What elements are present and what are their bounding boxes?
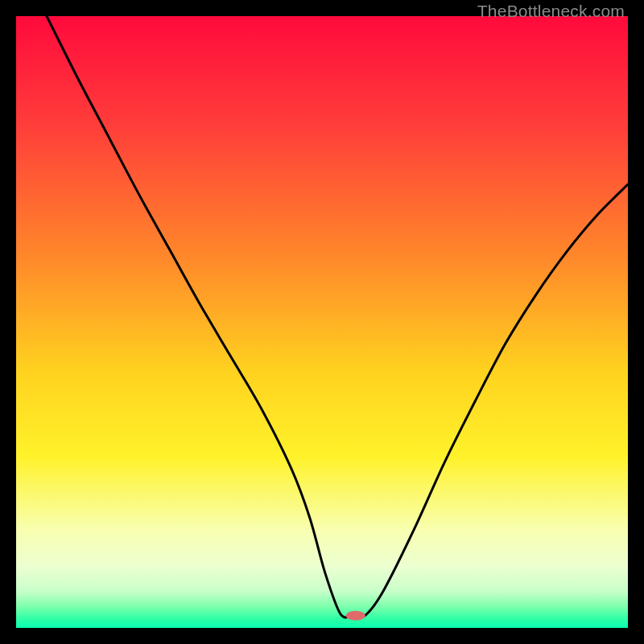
gradient-background bbox=[16, 16, 628, 628]
watermark-text: TheBottleneck.com bbox=[477, 2, 625, 21]
chart-frame bbox=[16, 16, 628, 628]
optimal-point-marker bbox=[346, 611, 365, 621]
bottleneck-chart bbox=[16, 16, 628, 628]
